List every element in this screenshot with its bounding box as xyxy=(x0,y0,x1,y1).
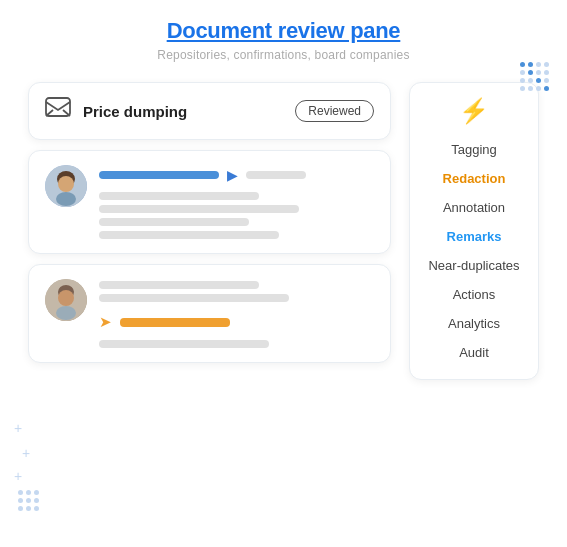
bar-row-send: ➤ xyxy=(99,313,374,331)
nav-item-redaction[interactable]: Redaction xyxy=(418,166,530,191)
card-body-1: ▶ xyxy=(45,165,374,239)
content-bar-2-2 xyxy=(99,294,289,302)
content-bar-5 xyxy=(99,231,279,239)
nav-item-remarks[interactable]: Remarks xyxy=(418,224,530,249)
avatar-1 xyxy=(45,165,87,207)
nav-item-tagging[interactable]: Tagging xyxy=(418,137,530,162)
nav-item-near-duplicates[interactable]: Near-duplicates xyxy=(418,253,530,278)
svg-point-8 xyxy=(56,306,76,320)
svg-point-3 xyxy=(58,176,74,192)
plus-icon-2: + xyxy=(22,445,30,461)
nav-item-annotation[interactable]: Annotation xyxy=(418,195,530,220)
content-bar-2-3 xyxy=(99,340,269,348)
lightning-icon: ⚡ xyxy=(459,97,489,125)
avatar-2 xyxy=(45,279,87,321)
nav-item-audit[interactable]: Audit xyxy=(418,340,530,365)
svg-point-4 xyxy=(56,192,76,206)
content-bar-2-1 xyxy=(99,281,259,289)
content-bars-2: ➤ xyxy=(99,279,374,348)
comment-card-2: ➤ xyxy=(28,264,391,363)
page-title: Document review pane xyxy=(157,18,409,44)
content-bar-3 xyxy=(99,205,299,213)
content-bar-4 xyxy=(99,218,249,226)
cursor-icon: ▶ xyxy=(227,167,238,183)
comment-card-1: ▶ xyxy=(28,150,391,254)
progress-bar-blue xyxy=(99,171,219,179)
page-wrapper: + + + Document review pane Repositories,… xyxy=(0,0,567,547)
nav-item-analytics[interactable]: Analytics xyxy=(418,311,530,336)
page-subtitle: Repositories, confirmations, board compa… xyxy=(157,48,409,62)
svg-point-7 xyxy=(58,290,74,306)
content-bars-1: ▶ xyxy=(99,165,374,239)
bar-sm xyxy=(246,171,306,179)
card-title: Price dumping xyxy=(83,103,283,120)
send-icon: ➤ xyxy=(99,313,112,331)
bar-row-1: ▶ xyxy=(99,167,374,183)
content-bar-2 xyxy=(99,192,259,200)
nav-item-actions[interactable]: Actions xyxy=(418,282,530,307)
progress-bar-orange xyxy=(120,318,230,327)
card-body-2: ➤ xyxy=(45,279,374,348)
page-header: Document review pane Repositories, confi… xyxy=(157,18,409,62)
decorative-dots-tr xyxy=(520,62,549,91)
plus-icon-3: + xyxy=(14,468,22,484)
envelope-icon xyxy=(45,97,71,125)
reviewed-badge: Reviewed xyxy=(295,100,374,122)
card-top: Price dumping Reviewed xyxy=(45,97,374,125)
plus-icon-1: + xyxy=(14,420,22,436)
price-dumping-card: Price dumping Reviewed xyxy=(28,82,391,140)
left-panel: Price dumping Reviewed xyxy=(28,82,391,380)
decorative-dots-bl xyxy=(18,490,39,511)
right-panel: ⚡ Tagging Redaction Annotation Remarks N… xyxy=(409,82,539,380)
main-content: Price dumping Reviewed xyxy=(0,82,567,380)
